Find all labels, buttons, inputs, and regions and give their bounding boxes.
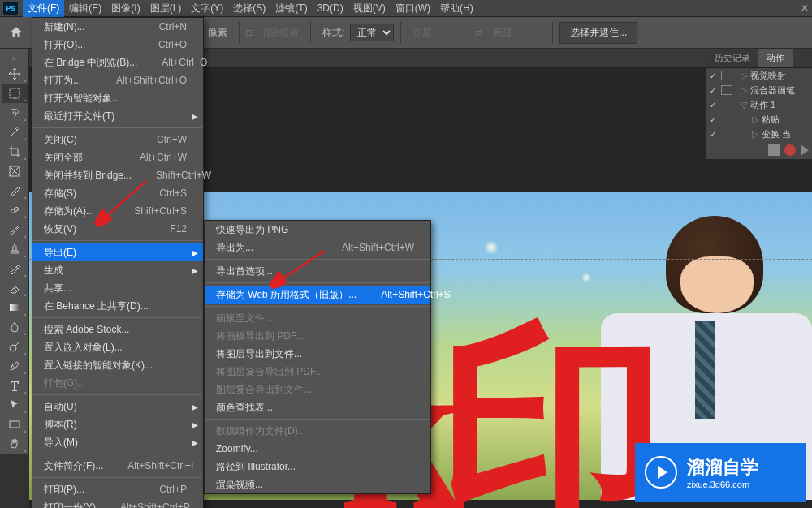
svg-line-6 bbox=[97, 181, 146, 224]
annotation-arrows bbox=[0, 0, 812, 508]
svg-line-7 bbox=[272, 251, 325, 286]
